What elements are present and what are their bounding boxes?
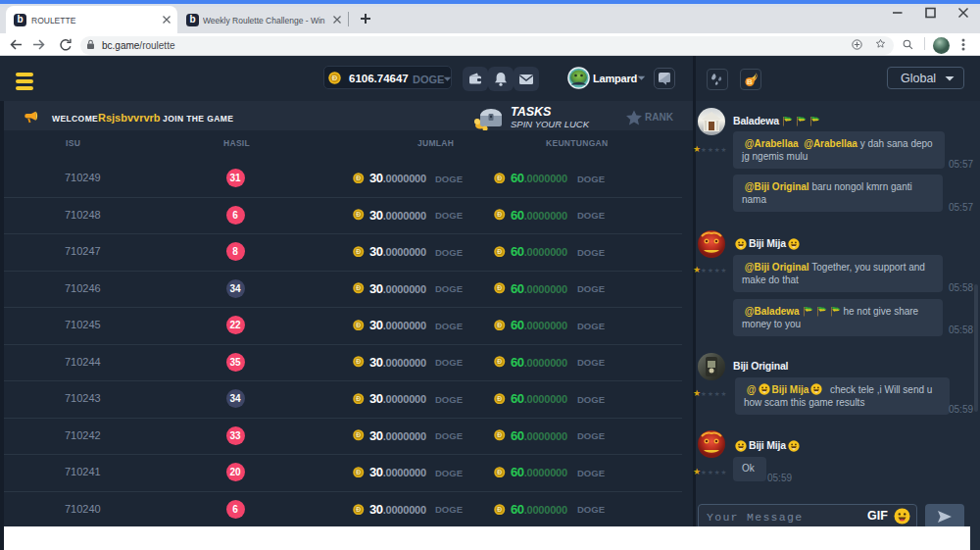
svg-text:Đ: Đ xyxy=(497,285,502,292)
svg-text:Đ: Đ xyxy=(356,212,361,219)
svg-text:B: B xyxy=(747,77,753,86)
svg-text:Đ: Đ xyxy=(356,469,361,475)
svg-text:Đ: Đ xyxy=(356,322,361,328)
svg-text:Đ: Đ xyxy=(497,359,502,366)
svg-text:Đ: Đ xyxy=(356,432,361,439)
svg-text:Đ: Đ xyxy=(497,322,502,328)
svg-text:Đ: Đ xyxy=(356,285,361,292)
svg-text:Đ: Đ xyxy=(497,469,502,475)
svg-text:Đ: Đ xyxy=(497,395,502,402)
svg-text:Đ: Đ xyxy=(356,359,361,366)
svg-text:Đ: Đ xyxy=(356,506,361,513)
svg-text:Đ: Đ xyxy=(497,175,502,181)
svg-text:Đ: Đ xyxy=(332,74,338,82)
svg-text:Đ: Đ xyxy=(356,248,361,255)
svg-text:Đ: Đ xyxy=(356,395,361,402)
svg-text:Đ: Đ xyxy=(497,432,502,439)
svg-text:Đ: Đ xyxy=(497,212,502,219)
svg-text:Đ: Đ xyxy=(497,506,502,513)
svg-text:Đ: Đ xyxy=(497,248,502,255)
svg-text:Đ: Đ xyxy=(356,175,361,181)
